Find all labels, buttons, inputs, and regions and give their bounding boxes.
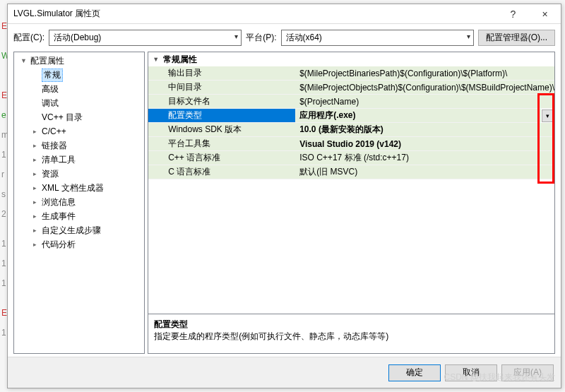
property-row[interactable]: 配置类型应用程序(.exe)▾ <box>148 109 554 123</box>
config-toolbar: 配置(C): 活动(Debug) ▾ 平台(P): 活动(x64) ▾ 配置管理… <box>8 24 561 52</box>
dropdown-button[interactable]: ▾ <box>542 109 554 122</box>
config-manager-button[interactable]: 配置管理器(O)... <box>478 30 555 46</box>
tree-item[interactable]: ▸自定义生成步骤 <box>14 223 144 237</box>
property-name: 中间目录 <box>148 81 295 95</box>
tree-root[interactable]: ▼配置属性 <box>14 54 144 68</box>
chevron-down-icon: ▾ <box>467 32 470 40</box>
description-text: 指定要生成的程序类型(例如可执行文件、静态库，动态库等等) <box>154 331 549 343</box>
dialog-footer: 确定 取消 应用(A) <box>8 357 561 388</box>
property-value[interactable]: $(MileProjectBinariesPath)$(Configuratio… <box>295 66 554 81</box>
window-title: LVGL.Simulator 属性页 <box>13 8 497 20</box>
property-row[interactable]: 目标文件名$(ProjectName) <box>148 95 554 109</box>
property-name: Windows SDK 版本 <box>148 123 295 137</box>
apply-button[interactable]: 应用(A) <box>501 364 554 381</box>
tree-item[interactable]: 高级 <box>14 82 144 96</box>
property-value[interactable]: Visual Studio 2019 (v142) <box>295 137 554 151</box>
tree-item[interactable]: ▸XML 文档生成器 <box>14 181 144 195</box>
tree-item[interactable]: ▸链接器 <box>14 138 144 153</box>
property-row[interactable]: 输出目录$(MileProjectBinariesPath)$(Configur… <box>148 66 554 81</box>
collapse-icon: ▼ <box>153 56 160 63</box>
property-value[interactable]: 10.0 (最新安装的版本) <box>295 123 554 137</box>
description-pane: 配置类型 指定要生成的程序类型(例如可执行文件、静态库，动态库等等) <box>148 314 554 353</box>
property-value[interactable]: 应用程序(.exe) <box>295 109 541 123</box>
property-name: 输出目录 <box>148 66 295 81</box>
titlebar: LVGL.Simulator 属性页 ? × <box>8 4 561 24</box>
close-button[interactable]: × <box>529 4 561 24</box>
property-name: 配置类型 <box>148 109 295 123</box>
cancel-button[interactable]: 取消 <box>445 364 497 381</box>
property-name: C++ 语言标准 <box>148 151 295 165</box>
tree-item[interactable]: VC++ 目录 <box>14 110 144 124</box>
ok-button[interactable]: 确定 <box>388 364 441 381</box>
description-title: 配置类型 <box>154 319 549 331</box>
tree-item[interactable]: 常规 <box>14 68 144 82</box>
property-name: 平台工具集 <box>148 137 295 151</box>
property-pages-dialog: LVGL.Simulator 属性页 ? × 配置(C): 活动(Debug) … <box>7 4 561 388</box>
tree-item[interactable]: ▸资源 <box>14 167 144 181</box>
property-row[interactable]: 平台工具集Visual Studio 2019 (v142) <box>148 137 554 151</box>
tree-item[interactable]: ▸C/C++ <box>14 124 144 138</box>
property-value[interactable]: $(ProjectName) <box>295 95 554 109</box>
config-combo[interactable]: 活动(Debug) ▾ <box>49 30 242 46</box>
property-row[interactable]: 中间目录$(MileProjectObjectsPath)$(Configura… <box>148 81 554 95</box>
property-row[interactable]: Windows SDK 版本10.0 (最新安装的版本) <box>148 123 554 137</box>
config-label: 配置(C): <box>13 32 44 44</box>
property-value[interactable]: 默认(旧 MSVC) <box>295 165 554 179</box>
chevron-down-icon: ▾ <box>546 112 549 119</box>
tree-item[interactable]: ▸浏览信息 <box>14 195 144 209</box>
platform-combo[interactable]: 活动(x64) ▾ <box>281 30 474 46</box>
category-tree[interactable]: ▼配置属性常规高级调试VC++ 目录▸C/C++▸链接器▸清单工具▸资源▸XML… <box>13 52 145 354</box>
property-row[interactable]: C++ 语言标准ISO C++17 标准 (/std:c++17) <box>148 151 554 165</box>
platform-label: 平台(P): <box>246 32 276 44</box>
property-row[interactable]: C 语言标准默认(旧 MSVC) <box>148 165 554 179</box>
property-name: 目标文件名 <box>148 95 295 109</box>
tree-item[interactable]: ▸清单工具 <box>14 153 144 167</box>
property-grid: ▼ 常规属性 输出目录$(MileProjectBinariesPath)$(C… <box>148 52 554 314</box>
group-header[interactable]: ▼ 常规属性 <box>148 52 554 66</box>
tree-item[interactable]: 调试 <box>14 96 144 110</box>
help-button[interactable]: ? <box>497 4 529 24</box>
property-name: C 语言标准 <box>148 165 295 179</box>
property-value[interactable]: $(MileProjectObjectsPath)$(Configuration… <box>295 81 554 95</box>
chevron-down-icon: ▾ <box>234 32 238 40</box>
tree-item[interactable]: ▸代码分析 <box>14 237 144 251</box>
tree-item[interactable]: ▸生成事件 <box>14 209 144 223</box>
property-value[interactable]: ISO C++17 标准 (/std:c++17) <box>295 151 554 165</box>
